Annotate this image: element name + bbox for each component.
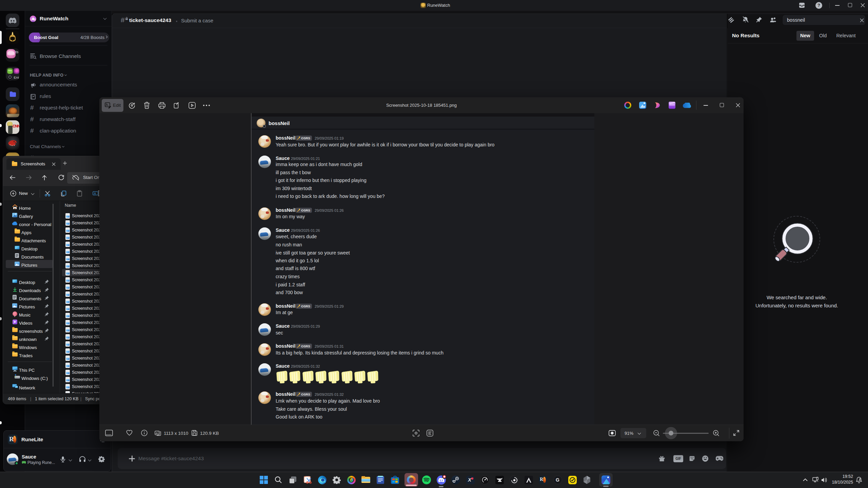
svg-text:A: A xyxy=(94,192,96,195)
